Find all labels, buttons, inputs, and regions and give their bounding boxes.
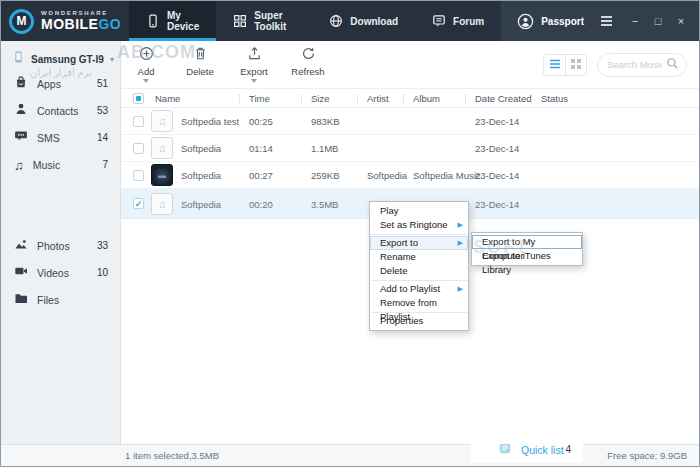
device-icon bbox=[146, 14, 160, 28]
free-space-label: Free space: 9.9GB bbox=[607, 450, 687, 461]
cell-name: Softpedia bbox=[181, 199, 221, 210]
grid-view-icon bbox=[570, 56, 582, 74]
phone-icon bbox=[12, 50, 25, 68]
column-header-date-created[interactable]: Date Created bbox=[475, 93, 532, 104]
tab-forum[interactable]: Forum bbox=[415, 1, 501, 41]
cell-time: 01:14 bbox=[249, 143, 273, 154]
menu-item-export-to-my-computer[interactable]: Export to My Computer bbox=[472, 235, 582, 249]
sidebar-item-count: 4 bbox=[565, 444, 571, 455]
menu-item-remove-from-playlist[interactable]: Remove from Playlist bbox=[370, 296, 468, 310]
tab-super-toolkit[interactable]: Super Toolkit bbox=[216, 1, 312, 41]
hamburger-menu-button[interactable] bbox=[599, 13, 614, 29]
submenu-arrow-icon: ▶ bbox=[458, 282, 463, 296]
export-submenu: Export to My ComputerExport to iTunes Li… bbox=[471, 232, 583, 266]
brand: M WONDERSHARE MOBILEGO bbox=[1, 1, 129, 41]
sidebar-item-files[interactable]: Files bbox=[1, 286, 120, 313]
cell-name: Softpedia bbox=[181, 143, 221, 154]
select-all-checkbox[interactable] bbox=[133, 93, 144, 104]
menu-item-export-to[interactable]: Export to▶ bbox=[370, 236, 468, 250]
cell-size: 983KB bbox=[311, 116, 340, 127]
column-header-time[interactable]: Time bbox=[249, 93, 270, 104]
tab-label: Forum bbox=[453, 16, 484, 27]
cell-size: 259KB bbox=[311, 170, 340, 181]
forum-icon bbox=[432, 14, 446, 28]
column-header-status[interactable]: Status bbox=[541, 93, 568, 104]
grid-view-button[interactable] bbox=[565, 55, 586, 75]
context-menu: PlaySet as Ringtone▶Export to▶RenameDele… bbox=[369, 201, 469, 331]
toolbar: Add Delete Export Refresh bbox=[121, 41, 699, 89]
chevron-down-icon: ▾ bbox=[110, 55, 114, 64]
sidebar-item-photos[interactable]: Photos 33 bbox=[1, 232, 120, 259]
dropdown-caret-icon[interactable] bbox=[143, 79, 149, 83]
menu-item-properties[interactable]: Properties bbox=[370, 314, 468, 328]
menu-item-add-to-playlist[interactable]: Add to Playlist▶ bbox=[370, 282, 468, 296]
button-label: Add bbox=[138, 66, 155, 77]
table-row[interactable]: ♫ Softpedia test00:25983KB23-Dec-14 bbox=[121, 108, 699, 135]
toolkit-icon bbox=[233, 14, 247, 28]
brand-mobilego: MOBILEGO bbox=[41, 16, 121, 32]
sidebar-item-count: 33 bbox=[97, 240, 108, 251]
cell-time: 00:20 bbox=[249, 199, 273, 210]
table-row[interactable]: ♫ Softpedia01:141.1MB23-Dec-14 bbox=[121, 135, 699, 162]
close-button[interactable]: × bbox=[675, 14, 687, 28]
sidebar-item-count: 10 bbox=[97, 267, 108, 278]
column-header-artist[interactable]: Artist bbox=[367, 93, 389, 104]
sidebar-item-apps[interactable]: Apps 51 bbox=[1, 70, 120, 97]
folder-icon bbox=[14, 291, 28, 309]
music-note-icon: ♫ bbox=[14, 156, 24, 174]
main-tabs: My Device Super Toolkit Download Forum bbox=[129, 1, 501, 41]
export-icon bbox=[247, 46, 262, 65]
sidebar-item-label: Photos bbox=[37, 240, 70, 252]
add-circle-icon bbox=[139, 46, 154, 65]
search-input[interactable] bbox=[607, 59, 662, 70]
menu-item-rename[interactable]: Rename bbox=[370, 250, 468, 264]
cell-time: 00:25 bbox=[249, 116, 273, 127]
row-checkbox[interactable] bbox=[133, 170, 144, 181]
sidebar-item-sms[interactable]: SMS 14 bbox=[1, 124, 120, 151]
maximize-button[interactable]: □ bbox=[652, 14, 664, 28]
sidebar-item-label: Quick list bbox=[521, 444, 564, 456]
tab-my-device[interactable]: My Device bbox=[129, 1, 216, 41]
sidebar-item-contacts[interactable]: Contacts 53 bbox=[1, 97, 120, 124]
table-row[interactable]: ▬ Softpedia00:27259KBSoftpediaSoftpedia … bbox=[121, 162, 699, 189]
cell-artist: Softpedia bbox=[367, 170, 407, 181]
cell-time: 00:27 bbox=[249, 170, 273, 181]
cell-name: Softpedia bbox=[181, 170, 221, 181]
menu-item-delete[interactable]: Delete bbox=[370, 264, 468, 278]
menu-item-export-to-itunes-library[interactable]: Export to iTunes Library bbox=[472, 249, 582, 263]
cell-date: 23-Dec-14 bbox=[475, 143, 519, 154]
minimize-button[interactable]: − bbox=[629, 14, 641, 28]
row-checkbox[interactable] bbox=[133, 116, 144, 127]
music-file-icon: ♫ bbox=[151, 110, 173, 132]
sms-icon bbox=[14, 129, 28, 147]
column-header-album[interactable]: Album bbox=[413, 93, 440, 104]
sidebar-item-label: Videos bbox=[37, 267, 69, 279]
sidebar-item-videos[interactable]: Videos 10 bbox=[1, 259, 120, 286]
device-selector[interactable]: Samsung GT-I9300... ▾ bbox=[1, 49, 120, 69]
mobilego-window: M WONDERSHARE MOBILEGO My Device Super T… bbox=[0, 0, 700, 467]
add-button[interactable]: Add bbox=[123, 46, 169, 83]
sidebar-item-count: 7 bbox=[102, 159, 108, 170]
menu-item-play[interactable]: Play bbox=[370, 204, 468, 218]
dropdown-caret-icon[interactable] bbox=[251, 79, 257, 83]
delete-button[interactable]: Delete bbox=[177, 46, 223, 83]
export-button[interactable]: Export bbox=[231, 46, 277, 83]
cell-size: 1.1MB bbox=[311, 143, 338, 154]
search-icon bbox=[666, 56, 679, 74]
submenu-arrow-icon: ▶ bbox=[458, 218, 463, 232]
cell-date: 23-Dec-14 bbox=[475, 116, 519, 127]
row-checkbox[interactable]: ✓ bbox=[133, 198, 144, 209]
passport-button[interactable]: Passport bbox=[517, 13, 584, 30]
list-view-button[interactable] bbox=[544, 55, 565, 75]
sidebar-item-music[interactable]: ♫ Music 7 bbox=[1, 151, 120, 178]
tab-label: My Device bbox=[167, 10, 199, 32]
column-header-size[interactable]: Size bbox=[311, 93, 329, 104]
menu-item-set-as-ringtone[interactable]: Set as Ringtone▶ bbox=[370, 218, 468, 232]
cell-album: Softpedia Music bbox=[413, 170, 481, 181]
sidebar-item-count: 51 bbox=[97, 78, 108, 89]
sidebar: Samsung GT-I9300... ▾ Apps 51 Contacts 5… bbox=[1, 41, 121, 444]
row-checkbox[interactable] bbox=[133, 143, 144, 154]
column-header-name[interactable]: Name bbox=[155, 93, 180, 104]
tab-download[interactable]: Download bbox=[312, 1, 415, 41]
refresh-button[interactable]: Refresh bbox=[285, 46, 331, 83]
